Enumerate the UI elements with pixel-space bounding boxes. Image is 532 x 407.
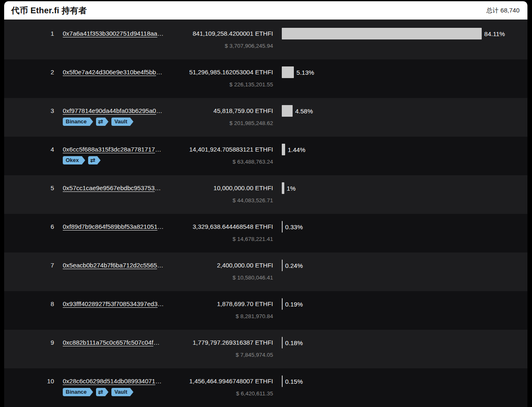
share-bar-fill [282, 105, 293, 117]
share-bar-fill [282, 66, 294, 78]
swap-icon[interactable]: ⇄ [96, 118, 106, 126]
share-percent: 1.44% [288, 146, 305, 153]
address-text: 0x57cc1cae9e9567ebdbc953753 [63, 184, 155, 191]
swap-icon[interactable]: ⇄ [96, 388, 106, 396]
share-bar-fill [282, 182, 284, 194]
address-link[interactable]: 0xf89d7b9c864f589bbf53a821051… [63, 223, 164, 231]
address-link[interactable]: 0xf977814e90da44bfa03b6295a0… [63, 107, 162, 115]
address-link[interactable]: 0x57cc1cae9e9567ebdbc953753… [63, 184, 161, 192]
address-link[interactable]: 0x5f0e7a424d306e9e310be4f5bb… [63, 68, 162, 76]
token-amount: 1,878,699.70 ETHFI [217, 300, 273, 308]
share-bar-fill [282, 144, 285, 155]
tag-binance[interactable]: Binance [63, 388, 90, 396]
tag-okex[interactable]: Okex [63, 156, 82, 164]
share-bar: 84.11% [282, 28, 505, 39]
usd-value: $ 63,488,763.24 [232, 158, 273, 166]
address-text: 0xc882b111a75c0c657fc507c04f [63, 339, 153, 346]
share-bar: 1.44% [282, 144, 305, 155]
holder-row: 9 0xc882b111a75c0c657fc507c04f… 1,779,79… [4, 330, 527, 368]
holder-row: 10 0x28c6c06298d514db089934071… 1,456,46… [4, 368, 527, 407]
share-percent: 1% [287, 185, 296, 192]
token-amount: 1,779,797.269316387 ETHFI [193, 338, 273, 347]
address-ellipsis: … [153, 339, 160, 346]
tag-vault[interactable]: Vault [111, 388, 130, 396]
holders-list: 1 0x7a6a41f353b3002751d94118aa… 841,109,… [4, 20, 527, 407]
share-bar: 0.19% [282, 298, 303, 310]
token-amount: 10,000,000.00 ETHFI [214, 184, 273, 192]
share-bar: 1% [282, 182, 296, 194]
address-tags: Okex ⇄ [63, 156, 97, 164]
address-link[interactable]: 0x28c6c06298d514db089934071… [63, 377, 162, 385]
token-amount: 1,456,464.9946748007 ETHFI [189, 377, 273, 385]
usd-value: $ 44,083,526.71 [232, 197, 273, 204]
share-bar: 0.33% [282, 221, 303, 233]
share-bar: 4.58% [282, 105, 313, 117]
usd-value: $ 7,845,974.05 [236, 351, 273, 359]
page-title: 代币 Ether.fi 持有者 [11, 5, 87, 16]
share-percent: 84.11% [484, 30, 505, 37]
share-percent: 0.24% [285, 262, 303, 269]
share-bar-fill [282, 28, 482, 39]
address-ellipsis: … [157, 30, 163, 37]
address-ellipsis: … [155, 146, 161, 153]
holder-row: 2 0x5f0e7a424d306e9e310be4f5bb… 51,296,9… [4, 59, 527, 98]
token-amount: 841,109,258.4200001 ETHFI [193, 29, 273, 38]
address-tags: Binance ⇄ Vault [63, 118, 130, 126]
usd-value: $ 14,678,221.41 [232, 235, 273, 243]
address-ellipsis: … [155, 184, 161, 191]
token-amount: 45,818,759.00 ETHFI [214, 107, 273, 115]
holders-panel: 代币 Ether.fi 持有者 总计 68,740 1 0x7a6a41f353… [4, 1, 527, 407]
rank-number: 5 [4, 184, 54, 192]
address-link[interactable]: 0x7a6a41f353b3002751d94118aa… [63, 29, 163, 38]
holder-row: 8 0x93fff4028927f53f708534397ed3… 1,878,… [4, 291, 527, 330]
share-percent: 0.19% [285, 301, 303, 308]
rank-number: 9 [4, 338, 54, 347]
holder-row: 7 0x5eacb0b274b7f6ba712d2c5565… 2,400,00… [4, 253, 527, 291]
address-text: 0x6cc5f688a315f3dc28a7781717 [63, 146, 155, 153]
share-bar: 0.24% [282, 260, 303, 271]
share-percent: 0.15% [285, 378, 303, 385]
share-bar-fill [282, 260, 283, 271]
usd-value: $ 226,135,201.55 [229, 81, 273, 88]
address-ellipsis: … [157, 262, 163, 269]
token-amount: 51,296,985.162053004 ETHFI [189, 68, 273, 76]
rank-number: 4 [4, 145, 54, 154]
rank-number: 6 [4, 223, 54, 231]
address-link[interactable]: 0x5eacb0b274b7f6ba712d2c5565… [63, 261, 163, 270]
rank-number: 1 [4, 29, 54, 38]
rank-number: 7 [4, 261, 54, 270]
usd-value: $ 8,281,970.84 [236, 313, 273, 320]
rank-number: 3 [4, 107, 54, 115]
address-text: 0x5eacb0b274b7f6ba712d2c5565 [63, 262, 157, 269]
holder-row: 4 0x6cc5f688a315f3dc28a7781717… 14,401,9… [4, 137, 527, 175]
token-amount: 14,401,924.705883121 ETHFI [189, 145, 273, 154]
share-bar: 5.13% [282, 66, 314, 78]
usd-value: $ 10,580,046.41 [232, 274, 273, 282]
token-amount: 2,400,000.00 ETHFI [217, 261, 273, 270]
holder-row: 6 0xf89d7b9c864f589bbf53a821051… 3,329,6… [4, 214, 527, 253]
address-text: 0x28c6c06298d514db089934071 [63, 378, 155, 385]
tag-binance[interactable]: Binance [63, 118, 90, 126]
panel-header: 代币 Ether.fi 持有者 总计 68,740 [4, 1, 527, 20]
usd-value: $ 3,707,906,245.94 [225, 42, 273, 50]
address-link[interactable]: 0x93fff4028927f53f708534397ed3… [63, 300, 164, 308]
share-bar-fill [282, 221, 283, 233]
share-bar-fill [282, 298, 283, 310]
address-ellipsis: … [155, 378, 162, 385]
holders-total-count: 总计 68,740 [486, 7, 520, 15]
address-link[interactable]: 0x6cc5f688a315f3dc28a7781717… [63, 145, 161, 154]
rank-number: 2 [4, 68, 54, 76]
address-ellipsis: … [158, 300, 164, 307]
address-ellipsis: … [158, 223, 164, 230]
address-ellipsis: … [156, 69, 162, 76]
address-text: 0x5f0e7a424d306e9e310be4f5bb [63, 69, 156, 76]
share-bar-fill [282, 337, 283, 348]
token-amount: 3,329,638.644468548 ETHFI [193, 223, 273, 231]
address-link[interactable]: 0xc882b111a75c0c657fc507c04f… [63, 338, 160, 347]
swap-icon[interactable]: ⇄ [88, 156, 98, 164]
address-tags: Binance ⇄ Vault [63, 388, 130, 396]
holder-row: 1 0x7a6a41f353b3002751d94118aa… 841,109,… [4, 21, 527, 59]
tag-vault[interactable]: Vault [111, 118, 130, 126]
share-bar-fill [282, 375, 283, 387]
usd-value: $ 201,985,248.62 [229, 120, 273, 127]
